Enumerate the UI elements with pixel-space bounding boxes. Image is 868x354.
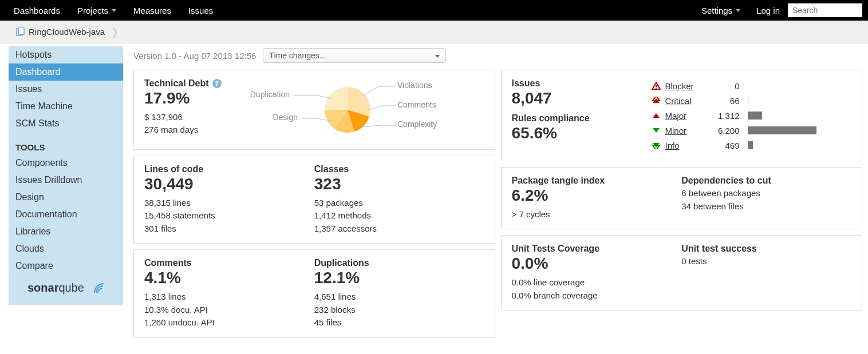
severity-count-info: 469 (711, 141, 745, 150)
widget-size: Lines of code 30,449 38,315 lines 15,458… (133, 156, 495, 244)
comments-title: Comments (144, 258, 314, 268)
chevron-right-icon: ❭ (111, 26, 119, 38)
nav-issues[interactable]: Issues (180, 1, 221, 20)
severity-bar-major (748, 112, 816, 120)
pie-label-comments: Comments (397, 100, 436, 109)
severity-link-blocker[interactable]: Blocker (665, 81, 709, 91)
cov-sub-1: 0.0% branch coverage (512, 289, 682, 303)
topnav-right: Settings Log in (693, 1, 862, 20)
nav-settings[interactable]: Settings (693, 1, 748, 20)
pie-label-complexity: Complexity (397, 120, 437, 129)
deps-sub-1: 34 between files (681, 200, 851, 213)
comments-value: 4.1% (144, 269, 314, 287)
nav-settings-label: Settings (701, 6, 732, 15)
svg-marker-18 (653, 113, 660, 118)
nav-login[interactable]: Log in (748, 1, 788, 20)
pti-sub: > 7 cycles (512, 208, 682, 221)
severity-link-major[interactable]: Major (665, 111, 709, 121)
sidebar: HotspotsDashboardIssuesTime MachineSCM S… (9, 46, 123, 305)
svg-line-5 (369, 106, 381, 110)
loc-value: 30,449 (144, 176, 314, 193)
severity-major-icon (649, 112, 663, 120)
nav-projects-label: Projects (77, 6, 108, 15)
chevron-down-icon (736, 9, 740, 12)
search-input[interactable] (788, 3, 862, 17)
breadcrumb: RingCloudWeb-java ❭ (0, 21, 868, 43)
sidebar-item-dashboard[interactable]: Dashboard (9, 63, 123, 81)
succ-title: Unit test success (681, 244, 851, 254)
time-changes-dropdown[interactable]: Time changes... (263, 48, 446, 63)
dup-title: Duplications (314, 258, 484, 268)
sidebar-item-issues[interactable]: Issues (9, 81, 123, 98)
breadcrumb-project[interactable]: RingCloudWeb-java (29, 27, 105, 37)
sidebar-item-time-machine[interactable]: Time Machine (9, 98, 123, 115)
sidebar-item-libraries[interactable]: Libraries (9, 223, 123, 240)
pie-label-violations: Violations (397, 81, 432, 90)
sidebar-item-hotspots[interactable]: Hotspots (9, 46, 123, 63)
widget-comments-duplications: Comments 4.1% 1,313 lines 10.3% docu. AP… (133, 249, 495, 337)
cov-title: Unit Tests Coverage (512, 244, 682, 254)
project-icon (16, 27, 25, 37)
severity-link-minor[interactable]: Minor (665, 126, 709, 136)
widget-package-tangle: Package tangle index 6.2% > 7 cycles Dep… (501, 167, 863, 229)
tech-debt-title: Technical Debt ? (144, 78, 259, 89)
severity-row-blocker: Blocker0 (649, 78, 852, 93)
sidebar-item-scm-stats[interactable]: SCM Stats (9, 115, 123, 132)
dup-sub-0: 4,651 lines (314, 291, 484, 304)
comments-sub-0: 1,313 lines (144, 291, 314, 304)
severity-bar-minor (748, 126, 816, 134)
main-content: Version 1.0 - Aug 07 2013 12:56 Time cha… (123, 43, 868, 349)
succ-sub-0: 0 tests (681, 255, 851, 268)
pie-label-duplication: Duplication (250, 90, 290, 99)
severity-bar-critical (748, 97, 816, 105)
topnav-left: Dashboards Projects Measures Issues (6, 1, 221, 20)
loc-sub-2: 301 files (144, 222, 314, 236)
loc-sub-0: 38,315 lines (144, 197, 314, 210)
sidebar-item-issues-drilldown[interactable]: Issues Drilldown (9, 172, 123, 189)
severity-count-major: 1,312 (711, 111, 745, 121)
sidebar-item-compare[interactable]: Compare (9, 257, 123, 275)
widget-issues: Issues 8,047 Rules compliance 65.6% Bloc… (501, 70, 863, 161)
svg-text:sonarqube: sonarqube (27, 281, 84, 294)
pti-title: Package tangle index (512, 176, 682, 186)
sidebar-item-clouds[interactable]: Clouds (9, 240, 123, 257)
severity-critical-icon (649, 97, 663, 105)
loc-title: Lines of code (144, 164, 314, 174)
tech-debt-days: 276 man days (144, 124, 259, 137)
nav-projects[interactable]: Projects (69, 1, 124, 20)
sidebar-item-design[interactable]: Design (9, 189, 123, 206)
comments-sub-2: 1,260 undocu. API (144, 316, 314, 329)
classes-value: 323 (314, 176, 484, 193)
svg-rect-1 (18, 27, 24, 34)
severity-link-critical[interactable]: Critical (665, 96, 709, 106)
severity-info-icon (649, 141, 663, 149)
severity-count-minor: 6,200 (711, 126, 745, 136)
severity-count-blocker: 0 (711, 81, 745, 91)
issues-value: 8,047 (512, 90, 649, 108)
sidebar-item-documentation[interactable]: Documentation (9, 206, 123, 223)
tech-debt-percent: 17.9% (144, 90, 259, 108)
svg-point-15 (656, 87, 657, 89)
dup-sub-1: 232 blocks (314, 304, 484, 317)
widget-unit-tests: Unit Tests Coverage 0.0% 0.0% line cover… (501, 235, 863, 311)
widget-technical-debt: Technical Debt ? 17.9% $ 137,906 276 man… (133, 70, 495, 150)
severity-link-info[interactable]: Info (665, 141, 709, 150)
cov-sub-0: 0.0% line coverage (512, 276, 682, 289)
sidebar-tools-heading: TOOLS (9, 132, 123, 154)
severity-count-critical: 66 (711, 96, 745, 106)
cov-value: 0.0% (512, 255, 682, 273)
tech-debt-cost: $ 137,906 (144, 111, 259, 124)
nav-dashboards[interactable]: Dashboards (6, 1, 68, 20)
help-icon[interactable]: ? (212, 79, 222, 88)
classes-sub-0: 53 packages (314, 197, 484, 210)
severity-row-minor: Minor6,200 (649, 123, 852, 138)
sidebar-item-components[interactable]: Components (9, 154, 123, 172)
top-nav: Dashboards Projects Measures Issues Sett… (0, 0, 868, 21)
pti-value: 6.2% (512, 187, 682, 205)
classes-sub-2: 1,357 accessors (314, 222, 484, 236)
nav-measures[interactable]: Measures (125, 1, 179, 20)
chevron-down-icon (112, 9, 116, 12)
severity-blocker-icon (649, 82, 663, 90)
severity-minor-icon (649, 126, 663, 134)
issues-title: Issues (512, 78, 649, 89)
